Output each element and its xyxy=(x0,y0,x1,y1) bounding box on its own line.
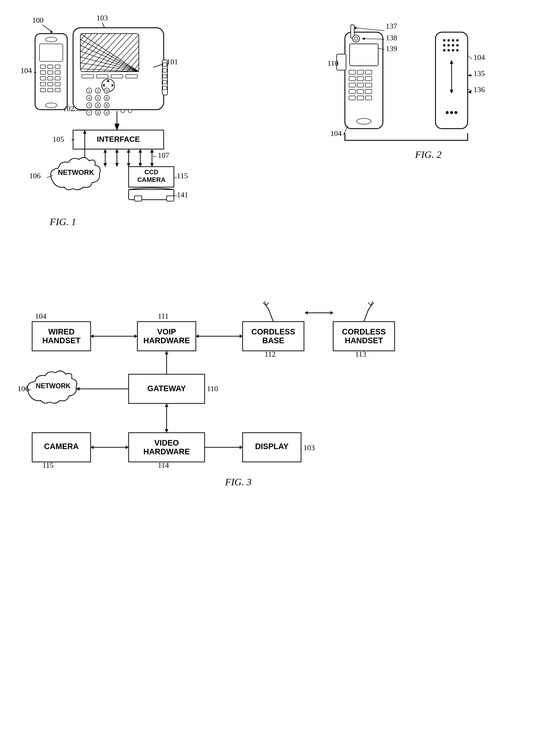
svg-point-161 xyxy=(456,39,459,41)
svg-point-159 xyxy=(447,39,450,41)
ref-106-fig3: 106 xyxy=(18,384,29,393)
ref-101-fig1: 101 xyxy=(166,58,178,66)
svg-rect-144 xyxy=(365,90,372,94)
ref-135: 135 xyxy=(474,69,485,78)
svg-marker-210 xyxy=(165,351,168,354)
svg-marker-200 xyxy=(330,311,333,315)
svg-text:4: 4 xyxy=(88,96,90,100)
svg-text:GATEWAY: GATEWAY xyxy=(147,384,186,393)
svg-marker-185 xyxy=(135,335,137,338)
svg-rect-74 xyxy=(39,44,63,61)
svg-text:5: 5 xyxy=(97,96,99,100)
svg-text:HARDWARE: HARDWARE xyxy=(143,447,190,456)
svg-rect-124 xyxy=(166,196,174,201)
ref-107-fig1: 107 xyxy=(158,151,169,160)
svg-rect-80 xyxy=(55,71,60,74)
svg-rect-84 xyxy=(40,82,46,86)
svg-rect-137 xyxy=(357,77,364,81)
ref-137: 137 xyxy=(386,22,397,31)
svg-point-163 xyxy=(447,44,450,46)
svg-point-90 xyxy=(45,103,57,107)
svg-rect-77 xyxy=(55,65,60,68)
svg-rect-142 xyxy=(349,90,355,94)
svg-rect-76 xyxy=(48,65,53,68)
svg-rect-86 xyxy=(55,82,60,86)
svg-point-174 xyxy=(450,111,453,114)
svg-text:VOIP: VOIP xyxy=(157,328,176,336)
svg-text:NETWORK: NETWORK xyxy=(36,382,71,390)
ref-113-fig3: 113 xyxy=(355,350,366,358)
svg-marker-201 xyxy=(305,311,308,315)
svg-rect-79 xyxy=(48,71,53,74)
svg-point-148 xyxy=(357,118,371,124)
svg-marker-101 xyxy=(103,163,107,167)
svg-point-166 xyxy=(443,49,445,52)
svg-text:VIDEO: VIDEO xyxy=(154,439,179,447)
svg-rect-42 xyxy=(163,80,167,84)
svg-text:CCD: CCD xyxy=(144,168,158,176)
svg-line-150 xyxy=(354,28,384,31)
svg-point-169 xyxy=(456,49,459,52)
svg-marker-219 xyxy=(165,403,168,407)
svg-point-131 xyxy=(354,37,358,40)
svg-point-70 xyxy=(121,110,124,113)
svg-rect-123 xyxy=(135,196,142,201)
svg-marker-223 xyxy=(126,445,128,449)
ref-114-fig3: 114 xyxy=(158,461,169,470)
ref-115-fig3: 115 xyxy=(42,461,54,470)
svg-rect-75 xyxy=(40,65,46,68)
svg-marker-108 xyxy=(127,149,131,153)
svg-marker-113 xyxy=(150,163,154,167)
svg-rect-28 xyxy=(82,75,94,78)
svg-point-158 xyxy=(443,39,445,41)
interface-label: INTERFACE xyxy=(97,135,140,143)
svg-line-205 xyxy=(368,303,371,305)
ref-110: 110 xyxy=(327,59,338,67)
ref-139: 139 xyxy=(386,44,397,53)
svg-text:WIRED: WIRED xyxy=(48,328,75,336)
svg-text:7: 7 xyxy=(88,103,90,107)
svg-rect-143 xyxy=(357,90,364,94)
svg-point-167 xyxy=(447,49,450,52)
svg-text:HARDWARE: HARDWARE xyxy=(143,336,190,345)
ref-138: 138 xyxy=(386,34,397,42)
ref-104-fig2-left: 104 xyxy=(330,129,342,138)
svg-point-71 xyxy=(128,110,132,113)
fig2-caption: FIG. 2 xyxy=(415,149,442,160)
fig1-diagram: 100 103 xyxy=(15,9,289,260)
svg-rect-89 xyxy=(55,88,60,92)
svg-rect-87 xyxy=(40,88,46,92)
ref-104-fig2-right: 104 xyxy=(474,53,485,62)
fig1-caption: FIG. 1 xyxy=(49,216,76,227)
svg-rect-145 xyxy=(349,96,355,100)
svg-line-156 xyxy=(343,126,348,135)
svg-rect-41 xyxy=(163,75,167,78)
svg-point-165 xyxy=(456,44,459,46)
svg-text:HANDSET: HANDSET xyxy=(42,336,81,345)
fig3-caption: FIG. 3 xyxy=(225,477,252,488)
ref-110-fig3: 110 xyxy=(207,384,218,393)
fig3-diagram: WIRED HANDSET 104 VOIP HARDWARE 111 CORD… xyxy=(15,298,546,517)
ref-136: 136 xyxy=(474,85,485,94)
svg-rect-88 xyxy=(48,88,53,92)
svg-rect-31 xyxy=(126,75,137,78)
ref-104-fig1: 104 xyxy=(20,66,32,75)
svg-marker-192 xyxy=(196,335,199,338)
svg-text:0: 0 xyxy=(97,111,99,115)
svg-rect-132 xyxy=(349,44,378,66)
ref-106-fig1: 106 xyxy=(29,172,41,180)
svg-text:CORDLESS: CORDLESS xyxy=(342,328,386,336)
svg-marker-151 xyxy=(354,26,357,30)
svg-marker-107 xyxy=(127,163,131,167)
svg-text:BASE: BASE xyxy=(262,336,284,345)
svg-point-173 xyxy=(446,111,448,114)
svg-rect-138 xyxy=(365,77,372,81)
ref-100: 100 xyxy=(32,16,43,24)
svg-point-160 xyxy=(452,39,454,41)
svg-rect-83 xyxy=(55,77,60,80)
fig2-diagram: 137 138 139 110 104 xyxy=(321,9,532,190)
svg-rect-141 xyxy=(365,83,372,87)
svg-text:HANDSET: HANDSET xyxy=(345,336,383,345)
svg-marker-224 xyxy=(91,445,94,449)
svg-rect-140 xyxy=(357,83,364,87)
